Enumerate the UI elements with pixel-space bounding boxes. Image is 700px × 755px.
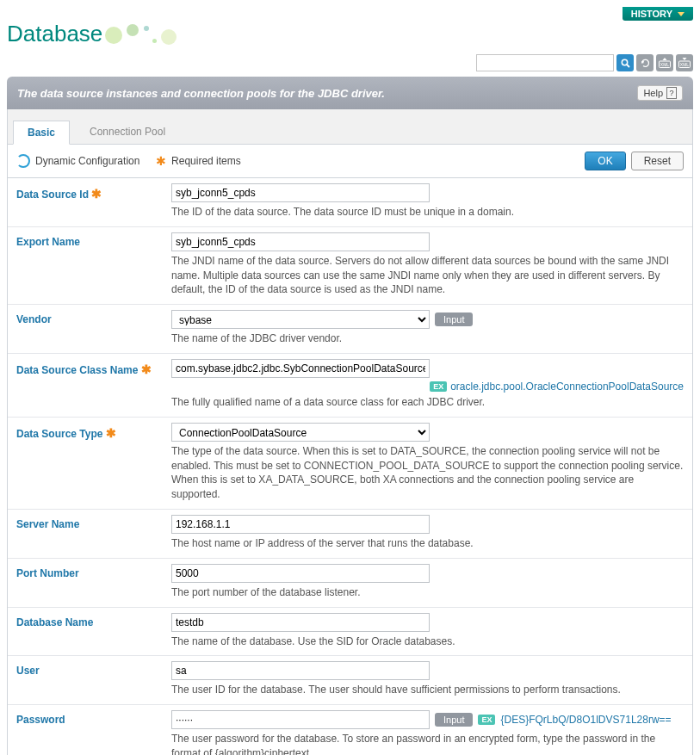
svg-text:XML: XML <box>680 62 690 67</box>
password-input-button[interactable]: Input <box>435 713 473 727</box>
password-input[interactable] <box>171 710 430 729</box>
label-port-number: Port Number <box>16 564 171 600</box>
help-ds-class-name: The fully qualified name of a data sourc… <box>171 395 684 410</box>
reset-button[interactable]: Reset <box>631 152 684 170</box>
database-name-input[interactable] <box>171 613 430 632</box>
history-label: HISTORY <box>631 9 672 19</box>
export-name-input[interactable] <box>171 232 430 251</box>
label-export-name: Export Name <box>16 232 171 297</box>
dynamic-config-label: Dynamic Configuration <box>35 155 139 167</box>
chevron-down-icon <box>678 12 685 16</box>
form: Data Source Id ✱ The ID of the data sour… <box>7 178 693 755</box>
help-export-name: The JNDI name of the data source. Server… <box>171 254 684 297</box>
question-icon: ? <box>666 87 677 99</box>
label-ds-class-name: Data Source Class Name ✱ <box>16 359 171 410</box>
label-data-source-id: Data Source Id ✱ <box>16 183 171 220</box>
label-vendor: Vendor <box>16 310 171 346</box>
tabs: Basic Connection Pool <box>7 109 693 145</box>
page-title-bar: Database <box>7 21 693 47</box>
svg-point-0 <box>622 59 627 65</box>
history-button[interactable]: HISTORY <box>623 7 693 21</box>
label-password: Password <box>16 710 171 755</box>
export-xml-icon[interactable]: XML <box>656 54 673 71</box>
panel-description: The data source instances and connection… <box>17 87 385 100</box>
required-star-icon: ✱ <box>91 187 102 201</box>
decorative-dots <box>109 22 178 47</box>
server-name-input[interactable] <box>171 515 430 534</box>
search-icon[interactable] <box>616 54 634 71</box>
label-database-name: Database Name <box>16 613 171 649</box>
help-ds-type: The type of the data source. When this i… <box>171 444 684 502</box>
ds-type-select[interactable]: ConnectionPoolDataSource <box>171 423 430 442</box>
tab-basic[interactable]: Basic <box>13 121 70 145</box>
dynamic-config-icon <box>16 154 30 168</box>
import-xml-icon[interactable]: XML <box>676 54 693 71</box>
ok-button[interactable]: OK <box>585 152 625 170</box>
ds-class-name-input[interactable] <box>171 359 430 378</box>
help-user: The user ID for the database. The user s… <box>171 683 684 697</box>
label-server-name: Server Name <box>16 515 171 551</box>
example-password: {DES}FQrLbQ/D8O1lDVS71L28rw== <box>500 714 671 726</box>
toolbar: Dynamic Configuration ✱ Required items O… <box>7 145 693 178</box>
port-number-input[interactable] <box>171 564 430 583</box>
svg-marker-8 <box>683 58 687 60</box>
tab-connection-pool[interactable]: Connection Pool <box>75 120 180 144</box>
help-server-name: The host name or IP address of the serve… <box>171 536 684 551</box>
required-star-icon: ✱ <box>156 154 166 168</box>
example-badge: EX <box>478 715 495 725</box>
example-ds-class: oracle.jdbc.pool.OracleConnectionPoolDat… <box>450 381 684 393</box>
example-badge: EX <box>430 381 447 392</box>
svg-line-1 <box>627 65 629 67</box>
required-star-icon: ✱ <box>106 426 116 440</box>
user-input[interactable] <box>171 661 430 680</box>
required-star-icon: ✱ <box>141 362 152 376</box>
help-database-name: The name of the database. Use the SID fo… <box>171 634 684 649</box>
help-button[interactable]: Help ? <box>637 85 683 101</box>
help-vendor: The name of the JDBC driver vendor. <box>171 331 684 346</box>
help-data-source-id: The ID of the data source. The data sour… <box>171 205 684 220</box>
required-items-label: Required items <box>171 155 241 167</box>
data-source-id-input[interactable] <box>171 183 430 202</box>
panel-header: The data source instances and connection… <box>7 77 693 109</box>
vendor-input-button[interactable]: Input <box>435 313 473 326</box>
label-ds-type: Data Source Type ✱ <box>16 423 171 502</box>
page-title: Database <box>7 21 102 47</box>
help-password: The user password for the database. To s… <box>171 732 684 755</box>
refresh-icon[interactable] <box>636 54 654 71</box>
vendor-select[interactable]: sybase <box>171 310 430 329</box>
svg-marker-5 <box>663 58 667 60</box>
label-user: User <box>16 661 171 697</box>
svg-text:XML: XML <box>660 62 670 67</box>
help-port-number: The port number of the database listener… <box>171 585 684 600</box>
search-input[interactable] <box>476 54 614 71</box>
